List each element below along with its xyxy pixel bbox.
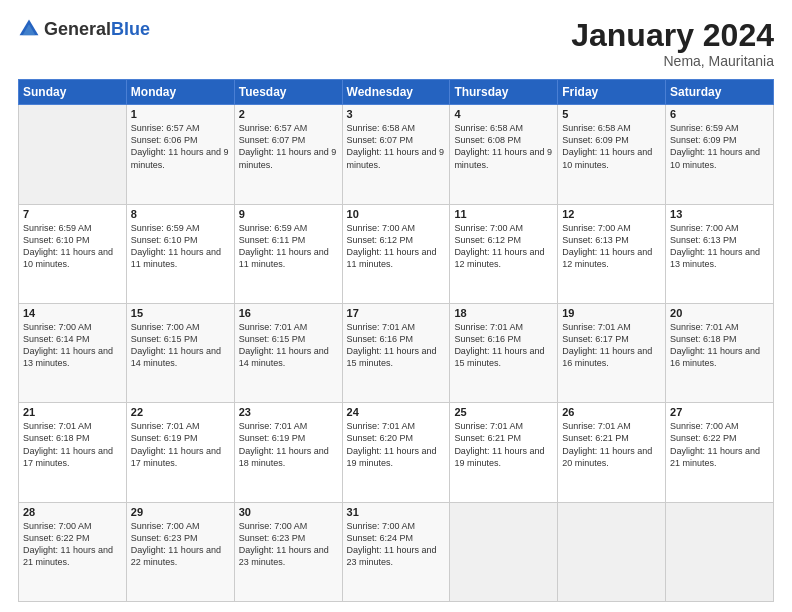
logo: GeneralBlue — [18, 18, 150, 40]
day-cell: 31Sunrise: 7:00 AMSunset: 6:24 PMDayligh… — [342, 502, 450, 601]
day-info: Sunrise: 7:00 AMSunset: 6:12 PMDaylight:… — [454, 222, 553, 271]
day-cell — [666, 502, 774, 601]
day-info: Sunrise: 7:00 AMSunset: 6:14 PMDaylight:… — [23, 321, 122, 370]
day-info: Sunrise: 6:57 AMSunset: 6:06 PMDaylight:… — [131, 122, 230, 171]
weekday-friday: Friday — [558, 80, 666, 105]
day-info: Sunrise: 6:58 AMSunset: 6:08 PMDaylight:… — [454, 122, 553, 171]
day-cell: 12Sunrise: 7:00 AMSunset: 6:13 PMDayligh… — [558, 204, 666, 303]
day-number: 3 — [347, 108, 446, 120]
day-number: 9 — [239, 208, 338, 220]
day-cell: 5Sunrise: 6:58 AMSunset: 6:09 PMDaylight… — [558, 105, 666, 204]
day-number: 26 — [562, 406, 661, 418]
day-number: 4 — [454, 108, 553, 120]
day-cell: 21Sunrise: 7:01 AMSunset: 6:18 PMDayligh… — [19, 403, 127, 502]
logo-text-blue: Blue — [111, 19, 150, 39]
day-number: 2 — [239, 108, 338, 120]
day-cell — [450, 502, 558, 601]
day-cell: 9Sunrise: 6:59 AMSunset: 6:11 PMDaylight… — [234, 204, 342, 303]
day-info: Sunrise: 7:01 AMSunset: 6:16 PMDaylight:… — [454, 321, 553, 370]
day-cell: 4Sunrise: 6:58 AMSunset: 6:08 PMDaylight… — [450, 105, 558, 204]
day-cell: 29Sunrise: 7:00 AMSunset: 6:23 PMDayligh… — [126, 502, 234, 601]
day-cell: 20Sunrise: 7:01 AMSunset: 6:18 PMDayligh… — [666, 303, 774, 402]
day-number: 7 — [23, 208, 122, 220]
day-info: Sunrise: 7:01 AMSunset: 6:19 PMDaylight:… — [239, 420, 338, 469]
page: GeneralBlue January 2024 Nema, Mauritani… — [0, 0, 792, 612]
day-number: 29 — [131, 506, 230, 518]
day-info: Sunrise: 6:58 AMSunset: 6:09 PMDaylight:… — [562, 122, 661, 171]
day-cell: 28Sunrise: 7:00 AMSunset: 6:22 PMDayligh… — [19, 502, 127, 601]
day-number: 16 — [239, 307, 338, 319]
weekday-monday: Monday — [126, 80, 234, 105]
day-cell: 8Sunrise: 6:59 AMSunset: 6:10 PMDaylight… — [126, 204, 234, 303]
day-number: 30 — [239, 506, 338, 518]
logo-icon — [18, 18, 40, 40]
week-row-0: 1Sunrise: 6:57 AMSunset: 6:06 PMDaylight… — [19, 105, 774, 204]
day-cell: 19Sunrise: 7:01 AMSunset: 6:17 PMDayligh… — [558, 303, 666, 402]
day-number: 18 — [454, 307, 553, 319]
day-info: Sunrise: 7:01 AMSunset: 6:18 PMDaylight:… — [670, 321, 769, 370]
month-title: January 2024 — [571, 18, 774, 53]
week-row-2: 14Sunrise: 7:00 AMSunset: 6:14 PMDayligh… — [19, 303, 774, 402]
weekday-wednesday: Wednesday — [342, 80, 450, 105]
day-info: Sunrise: 6:59 AMSunset: 6:10 PMDaylight:… — [23, 222, 122, 271]
day-number: 14 — [23, 307, 122, 319]
day-info: Sunrise: 6:58 AMSunset: 6:07 PMDaylight:… — [347, 122, 446, 171]
day-number: 28 — [23, 506, 122, 518]
day-info: Sunrise: 6:59 AMSunset: 6:09 PMDaylight:… — [670, 122, 769, 171]
day-info: Sunrise: 6:59 AMSunset: 6:11 PMDaylight:… — [239, 222, 338, 271]
day-number: 25 — [454, 406, 553, 418]
day-cell: 22Sunrise: 7:01 AMSunset: 6:19 PMDayligh… — [126, 403, 234, 502]
day-number: 17 — [347, 307, 446, 319]
day-cell: 11Sunrise: 7:00 AMSunset: 6:12 PMDayligh… — [450, 204, 558, 303]
calendar-table: SundayMondayTuesdayWednesdayThursdayFrid… — [18, 79, 774, 602]
day-number: 23 — [239, 406, 338, 418]
day-info: Sunrise: 7:00 AMSunset: 6:13 PMDaylight:… — [670, 222, 769, 271]
day-info: Sunrise: 7:01 AMSunset: 6:20 PMDaylight:… — [347, 420, 446, 469]
day-cell: 15Sunrise: 7:00 AMSunset: 6:15 PMDayligh… — [126, 303, 234, 402]
day-cell: 26Sunrise: 7:01 AMSunset: 6:21 PMDayligh… — [558, 403, 666, 502]
day-number: 21 — [23, 406, 122, 418]
day-info: Sunrise: 7:00 AMSunset: 6:15 PMDaylight:… — [131, 321, 230, 370]
day-info: Sunrise: 7:01 AMSunset: 6:15 PMDaylight:… — [239, 321, 338, 370]
day-cell: 25Sunrise: 7:01 AMSunset: 6:21 PMDayligh… — [450, 403, 558, 502]
day-info: Sunrise: 7:00 AMSunset: 6:22 PMDaylight:… — [670, 420, 769, 469]
day-info: Sunrise: 6:57 AMSunset: 6:07 PMDaylight:… — [239, 122, 338, 171]
day-number: 6 — [670, 108, 769, 120]
day-number: 5 — [562, 108, 661, 120]
day-number: 19 — [562, 307, 661, 319]
day-info: Sunrise: 7:01 AMSunset: 6:21 PMDaylight:… — [454, 420, 553, 469]
day-number: 11 — [454, 208, 553, 220]
weekday-header-row: SundayMondayTuesdayWednesdayThursdayFrid… — [19, 80, 774, 105]
day-info: Sunrise: 7:00 AMSunset: 6:24 PMDaylight:… — [347, 520, 446, 569]
day-info: Sunrise: 7:01 AMSunset: 6:18 PMDaylight:… — [23, 420, 122, 469]
day-cell: 1Sunrise: 6:57 AMSunset: 6:06 PMDaylight… — [126, 105, 234, 204]
day-cell: 10Sunrise: 7:00 AMSunset: 6:12 PMDayligh… — [342, 204, 450, 303]
day-cell: 2Sunrise: 6:57 AMSunset: 6:07 PMDaylight… — [234, 105, 342, 204]
weekday-saturday: Saturday — [666, 80, 774, 105]
day-cell: 17Sunrise: 7:01 AMSunset: 6:16 PMDayligh… — [342, 303, 450, 402]
day-info: Sunrise: 7:01 AMSunset: 6:16 PMDaylight:… — [347, 321, 446, 370]
title-block: January 2024 Nema, Mauritania — [571, 18, 774, 69]
day-number: 27 — [670, 406, 769, 418]
day-cell: 7Sunrise: 6:59 AMSunset: 6:10 PMDaylight… — [19, 204, 127, 303]
week-row-4: 28Sunrise: 7:00 AMSunset: 6:22 PMDayligh… — [19, 502, 774, 601]
weekday-sunday: Sunday — [19, 80, 127, 105]
day-cell: 27Sunrise: 7:00 AMSunset: 6:22 PMDayligh… — [666, 403, 774, 502]
day-cell: 13Sunrise: 7:00 AMSunset: 6:13 PMDayligh… — [666, 204, 774, 303]
day-cell: 16Sunrise: 7:01 AMSunset: 6:15 PMDayligh… — [234, 303, 342, 402]
day-info: Sunrise: 7:01 AMSunset: 6:19 PMDaylight:… — [131, 420, 230, 469]
day-info: Sunrise: 7:00 AMSunset: 6:12 PMDaylight:… — [347, 222, 446, 271]
weekday-tuesday: Tuesday — [234, 80, 342, 105]
day-number: 12 — [562, 208, 661, 220]
day-number: 20 — [670, 307, 769, 319]
day-number: 31 — [347, 506, 446, 518]
day-cell: 14Sunrise: 7:00 AMSunset: 6:14 PMDayligh… — [19, 303, 127, 402]
day-cell: 23Sunrise: 7:01 AMSunset: 6:19 PMDayligh… — [234, 403, 342, 502]
day-number: 22 — [131, 406, 230, 418]
day-info: Sunrise: 7:01 AMSunset: 6:21 PMDaylight:… — [562, 420, 661, 469]
day-cell — [558, 502, 666, 601]
day-cell: 24Sunrise: 7:01 AMSunset: 6:20 PMDayligh… — [342, 403, 450, 502]
day-info: Sunrise: 7:00 AMSunset: 6:23 PMDaylight:… — [239, 520, 338, 569]
day-number: 1 — [131, 108, 230, 120]
day-cell: 6Sunrise: 6:59 AMSunset: 6:09 PMDaylight… — [666, 105, 774, 204]
